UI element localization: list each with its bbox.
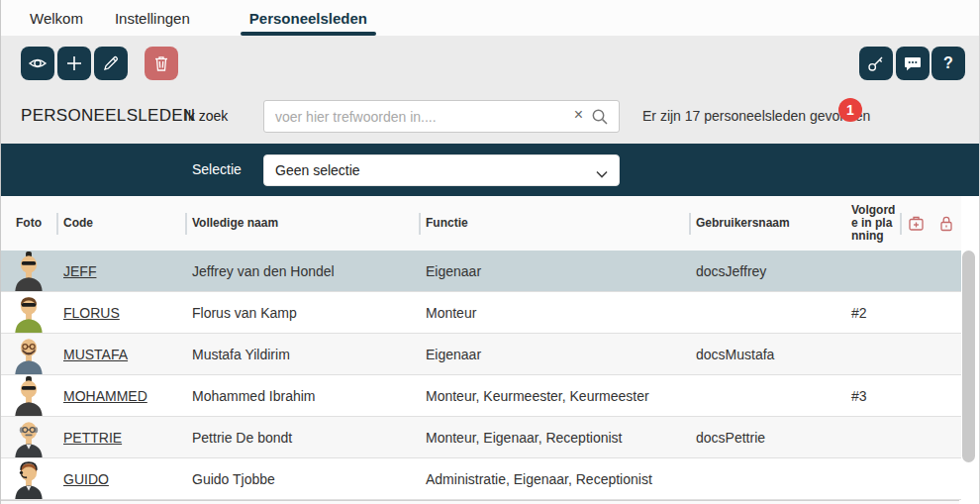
full-name-cell: Florus van Kamp [185, 305, 419, 321]
result-count-text: Er zijn 17 personeelsleden gevonden [642, 108, 870, 124]
help-button[interactable]: ? [931, 47, 965, 80]
table-row[interactable]: PETTRIEPettrie De bondtMonteur, Eigenaar… [1, 417, 961, 458]
code-cell: FLORUS [56, 305, 185, 321]
code-link[interactable]: MUSTAFA [63, 347, 128, 362]
tab-welkom[interactable]: Welkom [21, 0, 92, 36]
clear-search-icon[interactable]: × [574, 106, 583, 124]
avatar [12, 417, 46, 457]
chat-button[interactable] [896, 47, 930, 80]
gebruikersnaam-cell: docsJeffrey [689, 263, 844, 279]
code-link[interactable]: PETTRIE [63, 430, 122, 446]
functie-cell: Eigenaar [419, 263, 689, 279]
full-name-cell: Jeffrey van den Hondel [185, 263, 419, 279]
eye-icon [28, 53, 48, 73]
header-volgorde-in-planning[interactable]: Volgorde in planning [844, 204, 900, 243]
functie-cell: Monteur [419, 305, 689, 321]
full-name-cell: Mohammed Ibrahim [185, 388, 419, 404]
code-link[interactable]: GUIDO [63, 471, 109, 487]
full-name-cell: Mustafa Yildirim [185, 347, 419, 362]
tab-welkom-label: Welkom [30, 10, 83, 27]
selection-value: Geen selectie [275, 162, 360, 178]
chat-bubble-icon [903, 53, 923, 73]
header-gebruikersnaam[interactable]: Gebruikersnaam [689, 217, 844, 230]
table-row[interactable]: MUSTAFAMustafa YildirimEigenaardocsMusta… [1, 334, 961, 375]
table-row[interactable]: GUIDOGuido TjobbeAdministratie, Eigenaar… [1, 458, 961, 500]
tab-instellingen-label: Instellingen [115, 10, 190, 27]
table-row[interactable]: JEFFJeffrey van den HondelEigenaardocsJe… [1, 251, 961, 292]
header-lock-icon[interactable] [931, 215, 961, 232]
selection-band: Selectie Geen selectie [1, 144, 979, 196]
next-row-edge [1, 500, 959, 504]
functie-cell: Monteur, Keurmeester, Keurmeester [419, 388, 689, 404]
functie-cell: Eigenaar [419, 347, 689, 362]
delete-button[interactable] [145, 47, 178, 80]
search-input[interactable] [264, 101, 619, 132]
code-cell: GUIDO [56, 471, 185, 487]
question-mark-icon: ? [943, 54, 953, 72]
trash-icon [152, 54, 170, 72]
add-button[interactable] [57, 47, 91, 80]
gebruikersnaam-cell: docsMustafa [689, 347, 844, 362]
code-cell: PETTRIE [56, 430, 185, 446]
table-row[interactable]: MOHAMMEDMohammed IbrahimMonteur, Keurmee… [1, 375, 961, 417]
foto-cell [1, 375, 56, 416]
pencil-icon [102, 54, 120, 72]
full-name-cell: Pettrie De bondt [185, 430, 419, 446]
code-cell: MOHAMMED [56, 388, 185, 404]
foto-cell [1, 251, 56, 291]
code-link[interactable]: FLORUS [63, 305, 120, 321]
header-volledige-naam[interactable]: Volledige naam [185, 217, 419, 230]
gebruikersnaam-cell: docsPettrie [689, 430, 844, 446]
search-label: Ik zoek [184, 108, 228, 124]
functie-cell: Monteur, Eigenaar, Receptionist [419, 430, 689, 446]
avatar [12, 292, 46, 333]
plus-icon [65, 54, 83, 72]
key-icon [866, 53, 886, 73]
foto-cell [1, 334, 56, 374]
vertical-scrollbar-thumb[interactable] [962, 251, 975, 462]
selection-label: Selectie [192, 161, 242, 177]
code-cell: JEFF [56, 263, 185, 279]
volgorde-cell: #3 [844, 388, 900, 404]
foto-cell [1, 292, 56, 333]
view-button[interactable] [21, 47, 54, 80]
avatar [12, 334, 46, 374]
header-foto[interactable]: Foto [1, 217, 56, 230]
search-box: × [263, 100, 620, 133]
tab-instellingen[interactable]: Instellingen [106, 0, 199, 36]
header-code[interactable]: Code [56, 217, 185, 230]
avatar [12, 251, 46, 291]
table-header: Foto Code Volledige naam Functie Gebruik… [1, 196, 961, 251]
edit-button[interactable] [94, 47, 128, 80]
volgorde-cell: #2 [844, 305, 900, 321]
code-cell: MUSTAFA [56, 347, 185, 362]
selection-dropdown[interactable]: Geen selectie [263, 154, 620, 186]
key-button[interactable] [859, 47, 893, 80]
functie-cell: Administratie, Eigenaar, Receptionist [419, 471, 689, 487]
notification-badge: 1 [838, 98, 862, 122]
search-icon[interactable] [590, 107, 610, 131]
search-row: PERSONEELSLEDEN Ik zoek × Er zijn 17 per… [1, 89, 979, 144]
header-functie[interactable]: Functie [419, 217, 689, 230]
tab-bar: Welkom Instellingen Personeelsleden [1, 0, 979, 36]
tab-personeelsleden[interactable]: Personeelsleden [241, 0, 376, 36]
full-name-cell: Guido Tjobbe [185, 471, 419, 487]
app-window: Welkom Instellingen Personeelsleden [0, 0, 980, 504]
toolbar: ? 1 [1, 36, 979, 89]
code-link[interactable]: MOHAMMED [63, 388, 147, 404]
tab-personeelsleden-label: Personeelsleden [249, 10, 367, 27]
header-first-aid-kit-icon[interactable] [900, 215, 931, 232]
table-body: JEFFJeffrey van den HondelEigenaardocsJe… [1, 251, 961, 500]
avatar [12, 458, 46, 499]
code-link[interactable]: JEFF [63, 263, 96, 279]
foto-cell [1, 458, 56, 499]
page-title: PERSONEELSLEDEN [21, 106, 195, 126]
avatar [12, 375, 46, 416]
foto-cell [1, 417, 56, 457]
chevron-down-icon [595, 165, 609, 183]
table-row[interactable]: FLORUSFlorus van KampMonteur#2 [1, 292, 961, 334]
